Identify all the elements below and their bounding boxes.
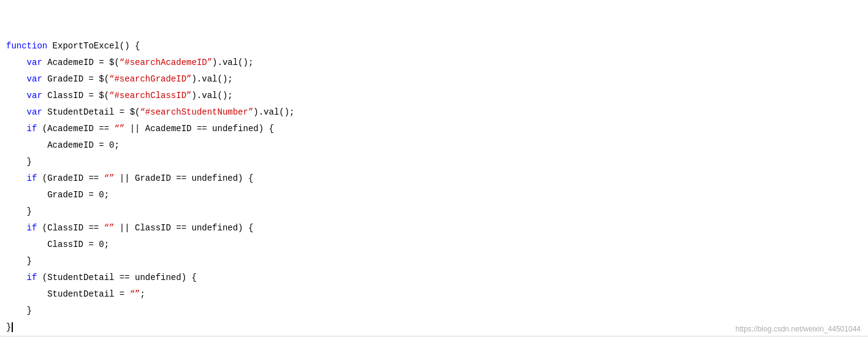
code-line: AcademeID = 0; [0,137,868,154]
code-content: function ExportToExcel() { var AcademeID… [0,0,868,337]
code-line: if (ClassID == “” || ClassID == undefine… [0,220,868,237]
code-line: StudentDetail = “”; [0,286,868,303]
code-line: } [0,253,868,270]
code-line: var AcademeID = $(“#searchAcademeID”).va… [0,55,868,71]
code-line: var GradeID = $(“#searchGradeID”).val(); [0,71,868,88]
code-line: } [0,303,868,319]
code-line: if (AcademeID == “” || AcademeID == unde… [0,121,868,137]
code-line: var StudentDetail = $(“#searchStudentNum… [0,104,868,121]
code-line: } [0,203,868,220]
code-line: } [0,154,868,170]
code-line: if (GradeID == “” || GradeID == undefine… [0,170,868,187]
code-editor: function ExportToExcel() { var AcademeID… [0,0,868,337]
code-line: var ClassID = $(“#searchClassID”).val(); [0,88,868,104]
code-line: if (StudentDetail == undefined) { [0,270,868,286]
code-line: ClassID = 0; [0,237,868,253]
watermark: https://blog.csdn.net/weixin_44501044 [736,325,861,333]
code-line: GradeID = 0; [0,187,868,203]
code-line: function ExportToExcel() { [0,38,868,55]
